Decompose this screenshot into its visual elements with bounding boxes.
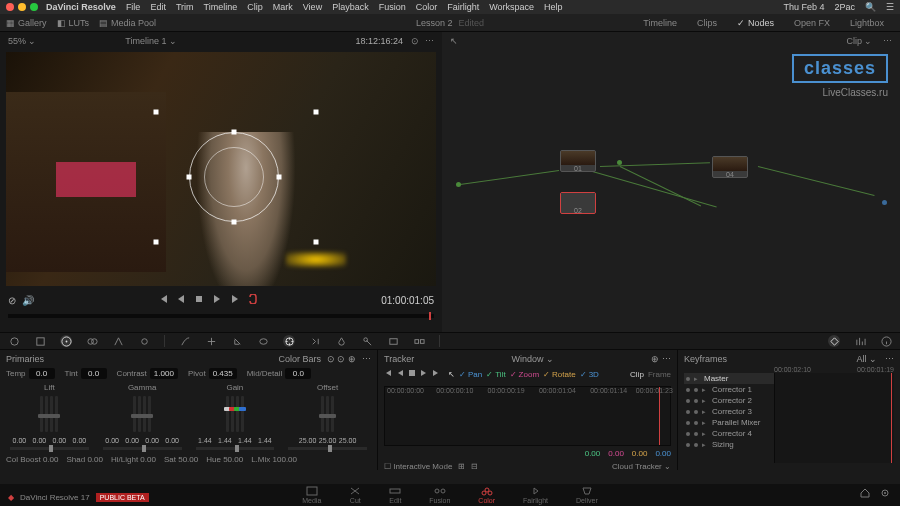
pw-handle-left[interactable] [187,175,192,180]
gain-val[interactable]: 1.44 [216,437,234,444]
track-reverse-button[interactable] [396,369,404,379]
loop-button[interactable] [248,294,258,306]
bypass-icon[interactable]: ⊘ [8,295,16,306]
viewer-canvas[interactable] [6,52,436,286]
tracker-graph[interactable]: 00:00:00:00 00:00:00:10 00:00:00:19 00:0… [384,386,671,446]
power-window-inner[interactable] [204,147,264,207]
sizing-icon[interactable] [387,335,399,347]
menu-help[interactable]: Help [544,2,563,12]
scopes-icon[interactable] [854,335,866,347]
menu-playback[interactable]: Playback [332,2,369,12]
lift-master-slider[interactable] [10,447,89,450]
panel-options-icon[interactable]: ⋯ [362,354,371,364]
timeline-name[interactable]: Timeline 1 ⌄ [125,36,177,46]
page-tab-media[interactable]: Media [302,486,321,504]
node-02[interactable]: 02 [560,192,596,214]
viewer-zoom[interactable]: 55% [8,36,26,46]
rotate-checkbox[interactable]: ✓ Rotate [543,370,576,379]
timeline-toggle[interactable]: Timeline [643,18,677,28]
page-tab-edit[interactable]: Edit [389,486,401,504]
node-options-icon[interactable]: ⋯ [883,36,892,46]
tilt-checkbox[interactable]: ✓ Tilt [486,370,505,379]
rgb-mixer-icon[interactable] [112,335,124,347]
tracker-mode[interactable]: Window ⌄ [512,354,555,364]
first-frame-button[interactable] [158,294,168,306]
colboost-value[interactable]: 0.00 [43,455,59,464]
gain-val[interactable]: 1.44 [196,437,214,444]
luts-toggle[interactable]: ◧LUTs [57,18,90,28]
pw-soft-handle[interactable] [154,110,159,115]
source-node-icon[interactable] [456,182,461,187]
offset-val[interactable]: 25.00 [339,437,357,444]
blur-icon[interactable] [335,335,347,347]
magic-mask-icon[interactable] [309,335,321,347]
gain-master-slider[interactable] [196,447,275,450]
track-stop-button[interactable] [408,369,416,379]
color-match-icon[interactable] [34,335,46,347]
offset-val[interactable]: 25.00 [319,437,337,444]
kf-row[interactable]: ▸Corrector 4 [684,428,774,439]
home-button[interactable] [860,488,870,500]
primaries-icon[interactable] [60,335,72,347]
pw-soft-handle[interactable] [314,110,319,115]
search-icon[interactable]: 🔍 [865,2,876,12]
menu-view[interactable]: View [303,2,322,12]
gamma-val[interactable]: 0.00 [163,437,181,444]
tracker-playhead[interactable] [659,387,660,445]
keyframe-graph[interactable] [774,373,894,463]
pan-checkbox[interactable]: ✓ Pan [459,370,482,379]
control-center-icon[interactable]: ☰ [886,2,894,12]
lmix-value[interactable]: 100.00 [273,455,297,464]
3d-checkbox[interactable]: ✓ 3D [580,370,599,379]
node-01[interactable]: 01 [560,150,596,172]
page-tab-fairlight[interactable]: Fairlight [523,486,548,504]
interactive-mode-checkbox[interactable]: ☐ Interactive Mode [384,462,452,471]
project-settings-button[interactable] [880,488,890,500]
pw-handle-bottom[interactable] [232,220,237,225]
keyframes-panel-icon[interactable] [828,335,840,347]
info-icon[interactable] [880,335,892,347]
gamma-master-slider[interactable] [103,447,182,450]
tracker-type-dropdown[interactable]: Cloud Tracker ⌄ [612,462,671,471]
page-tab-deliver[interactable]: Deliver [576,486,598,504]
minimize-icon[interactable] [18,3,26,11]
power-windows-icon[interactable] [257,335,269,347]
lift-val[interactable]: 0.00 [50,437,68,444]
menu-mark[interactable]: Mark [273,2,293,12]
menu-color[interactable]: Color [416,2,438,12]
pw-handle-right[interactable] [277,175,282,180]
playhead-icon[interactable] [429,312,431,320]
hdr-icon[interactable] [86,335,98,347]
arrow-tool-icon[interactable]: ↖ [450,36,458,46]
gamma-val[interactable]: 0.00 [123,437,141,444]
menu-clip[interactable]: Clip [247,2,263,12]
frame-toggle[interactable]: Frame [648,370,671,379]
stereo-icon[interactable] [413,335,425,347]
window-traffic-lights[interactable] [6,3,38,11]
key-icon[interactable] [361,335,373,347]
viewer-options-icon[interactable]: ⋯ [425,36,434,46]
kf-playhead[interactable] [891,373,892,463]
kf-row[interactable]: ▸Corrector 2 [684,395,774,406]
gallery-toggle[interactable]: ▦Gallery [6,18,47,28]
sat-value[interactable]: 50.00 [178,455,198,464]
temp-value[interactable]: 0.0 [29,368,55,379]
menu-timeline[interactable]: Timeline [204,2,238,12]
menu-trim[interactable]: Trim [176,2,194,12]
stop-button[interactable] [194,294,204,306]
shad-value[interactable]: 0.00 [87,455,103,464]
page-tab-color[interactable]: Color [478,486,495,504]
lightbox-toggle[interactable]: Lightbox [850,18,884,28]
menu-fusion[interactable]: Fusion [379,2,406,12]
tracker-options-icon[interactable]: ⊕ ⋯ [651,354,671,364]
offset-bars[interactable] [284,394,371,434]
nodes-toggle[interactable]: ✓ Nodes [737,18,774,28]
offset-master-slider[interactable] [288,447,367,450]
parallel-mixer-icon[interactable] [617,160,622,165]
gain-val[interactable]: 1.44 [256,437,274,444]
pivot-value[interactable]: 0.435 [209,368,237,379]
lift-val[interactable]: 0.00 [10,437,28,444]
menu-file[interactable]: File [126,2,141,12]
middetail-value[interactable]: 0.0 [285,368,311,379]
menu-edit[interactable]: Edit [150,2,166,12]
